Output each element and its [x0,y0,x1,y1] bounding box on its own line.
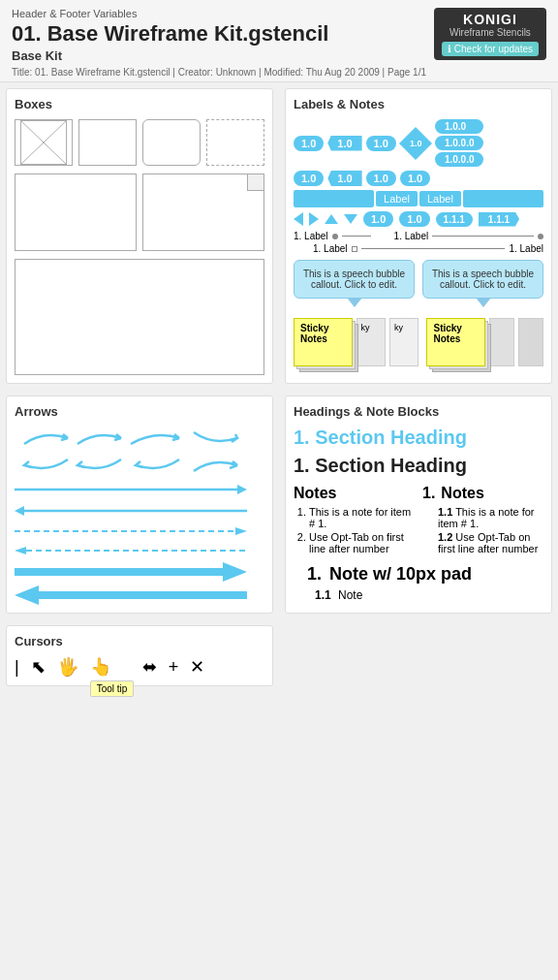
header-left: Header & Footer Variables 01. Base Wiref… [12,8,426,78]
dashed-arrow-right [15,523,247,539]
note-pad-num: 1. [307,564,322,585]
h1-blue-heading: 1. Section Heading [294,427,543,449]
sticky-row: Sticky Notes ky ky Sticky Notes [294,318,543,366]
badge-1: 1.0 [294,136,324,151]
sticky-stack-1: Sticky Notes [294,318,353,366]
svg-marker-4 [237,485,247,494]
badge-r2-2: 1.0 [327,171,361,186]
bold-arrow-right [15,562,247,582]
label-bar-2: Label [419,191,461,206]
page-header: Header & Footer Variables 01. Base Wiref… [0,0,558,82]
svg-marker-6 [15,506,24,516]
dashed-arrow-left [15,543,247,558]
arrows-panel: Arrows [6,395,273,614]
main-grid: Boxes Label [0,82,558,692]
notes-block-1: Notes This is a note for item # 1. Use O… [294,485,415,556]
badge-2: 1.0 [366,136,396,151]
note-pad-heading: Note w/ 10px pad [329,564,472,585]
arrow-up-icon [325,214,338,224]
box-rounded [142,119,201,166]
box-dashed [206,119,264,166]
sticky-front-2[interactable]: Sticky Notes [426,318,485,366]
cursor-plus-icon: + [169,657,179,678]
note-sub-text: Note [338,588,362,602]
connector-label-3: 1. Label [313,243,348,254]
notes-heading-1: Notes [294,485,415,502]
arrow-left-icon [294,212,303,226]
boxes-row2 [15,174,264,251]
badge-arrow-left-1: 1.0 [327,136,361,151]
connector-label-1: 1. Label [294,231,328,241]
badge-r2-3: 1.0 [366,171,396,186]
h1-black-heading: 1. Section Heading [294,455,543,477]
connector-dot-2 [538,234,543,239]
brand-box: KONIGI Wireframe Stencils ℹ Check for up… [434,8,546,60]
sub-note-2: 1.2 Use Opt-Tab on first line after numb… [438,531,543,554]
sticky-small-3 [489,318,514,366]
brand-name: KONIGI [442,12,539,27]
badge-diamond: 1.0 [399,127,432,160]
box-large [15,259,264,375]
svg-marker-10 [15,547,26,554]
curved-arrows-2 [15,454,247,477]
sticky-stack-2: Sticky Notes [426,318,485,366]
notes-heading-2: Notes [441,485,483,502]
pill-2: 1.0.0.0 [435,136,484,150]
badge-r2-4: 1.0 [400,171,430,186]
speech-bubble-2[interactable]: This is a speech bubble callout. Click t… [422,260,543,299]
cursor-hand-open-icon: 🖐 [57,656,78,678]
sticky-small-2: ky [389,318,418,366]
sticky-small-1: ky [356,318,386,366]
headings-panel: Headings & Note Blocks 1. Section Headin… [285,395,552,614]
page-title: 01. Base Wireframe Kit.gstencil [12,21,426,47]
cursor-move-icon: ⬌ [142,656,157,678]
connector-label-4: 1. Label [509,243,543,254]
connector-line-1 [342,236,371,237]
boxes-row1 [15,119,264,166]
brand-subtitle: Wireframe Stencils [442,27,539,38]
update-label: Check for updates [454,44,533,54]
svg-marker-14 [15,585,39,605]
svg-rect-13 [39,591,247,599]
boxes-title: Boxes [15,97,264,111]
svg-rect-11 [15,568,223,576]
boxes-panel: Boxes [6,88,273,384]
speech-bubble-1[interactable]: This is a speech bubble callout. Click t… [294,260,415,299]
cursor-hand-point-icon: 👆 Tool tip [90,656,111,678]
curved-arrows-1 [15,427,247,450]
notes-block-2: 1. Notes 1.1 This is a note for item # 1… [422,485,543,556]
update-button[interactable]: ℹ Check for updates [442,42,539,56]
headings-title: Headings & Note Blocks [294,404,543,419]
meta-info: Title: 01. Base Wireframe Kit.gstencil |… [12,67,426,78]
cursors-panel: Cursors | ⬉ 🖐 👆 Tool tip ⬌ + ✕ [6,625,273,686]
cursor-arrow-icon: ⬉ [31,656,46,678]
straight-arrow-right-1 [15,481,247,498]
badge-r2-1: 1.0 [294,171,324,186]
bold-arrow-left [15,585,247,605]
connector-line-3 [361,248,506,249]
arrows-display [15,427,264,605]
note-num: 1. [422,485,435,502]
svg-marker-8 [235,527,247,535]
straight-arrow-left-1 [15,502,247,520]
labels-title: Labels & Notes [294,97,543,111]
cursor-cross-icon: ✕ [190,656,204,678]
notes-list-1: This is a note for item # 1. Use Opt-Tab… [309,506,415,554]
kit-label: Base Kit [12,48,426,63]
notes-grid: Notes This is a note for item # 1. Use O… [294,485,543,556]
connector-line-2 [432,236,534,237]
box-tall [15,174,137,251]
label-bar-1: Label [376,191,418,206]
arrow-right-icon [309,212,319,226]
connector-label-2: 1. Label [394,231,429,241]
sticky-front-1[interactable]: Sticky Notes [294,318,353,366]
arrows-title: Arrows [15,404,264,419]
badge-sm-1: 1.0 [363,211,393,227]
svg-marker-12 [223,562,247,582]
note-item-1: This is a note for item # 1. [309,506,415,529]
note-item-2: Use Opt-Tab on first line after number [309,531,415,554]
cursor-row: | ⬉ 🖐 👆 Tool tip ⬌ + ✕ [15,656,264,678]
badge-sm-2: 1.0 [399,211,429,227]
pill-1: 1.0.0 [435,119,484,134]
labels-panel: Labels & Notes 1.0 1.0 1.0 1.0 1.0.0 1.0… [285,88,552,384]
